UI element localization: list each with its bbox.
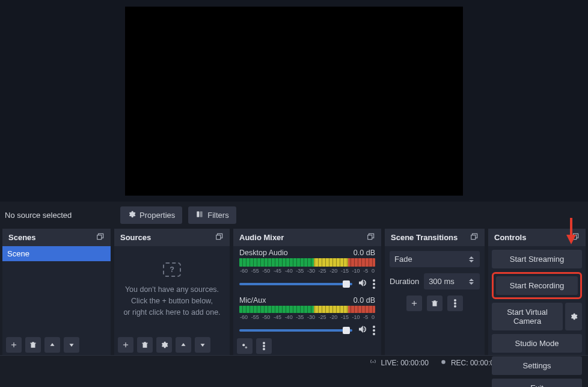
gear-icon — [127, 210, 136, 220]
empty-line: or right click here to add one. — [123, 307, 220, 318]
start-recording-button[interactable]: Start Recording — [496, 276, 578, 295]
dock-icon[interactable] — [367, 232, 375, 243]
transition-select[interactable]: Fade — [390, 251, 480, 267]
controls-panel: Controls Start Streaming Start Recording… — [488, 229, 586, 355]
svg-point-9 — [245, 346, 248, 348]
virtual-camera-settings-button[interactable] — [565, 303, 582, 330]
audio-meter — [239, 258, 375, 267]
sources-header[interactable]: Sources — [114, 229, 230, 246]
dock-icon[interactable] — [571, 232, 580, 243]
duration-value: 300 ms — [429, 277, 455, 286]
transition-value: Fade — [394, 255, 412, 264]
controls-header[interactable]: Controls — [488, 229, 586, 246]
sources-panel: Sources ? You don't have any sources. Cl… — [114, 229, 230, 355]
source-settings-button[interactable] — [156, 337, 172, 353]
spinner-icon — [469, 256, 475, 262]
audio-mixer-panel: Audio Mixer Desktop Audio 0.0 dB -60-55-… — [233, 229, 381, 355]
studio-mode-button[interactable]: Studio Mode — [492, 334, 582, 353]
delete-source-button[interactable] — [137, 337, 153, 353]
mixer-advanced-button[interactable] — [237, 338, 253, 354]
scenes-header[interactable]: Scenes — [2, 229, 111, 246]
spinner-icon — [469, 279, 475, 285]
status-live: LIVE: 00:00:00 — [369, 358, 428, 368]
duration-input[interactable]: 300 ms — [424, 273, 480, 289]
delete-transition-button[interactable] — [427, 296, 443, 311]
add-transition-button[interactable] — [406, 296, 422, 311]
svg-rect-13 — [572, 235, 577, 240]
empty-line: Click the + button below, — [131, 296, 213, 307]
mixer-footer — [233, 336, 381, 355]
sources-title: Sources — [120, 233, 151, 242]
mixer-track-mic-aux: Mic/Aux 0.0 dB -60-55-50-45-40-35-30-25-… — [233, 294, 381, 336]
track-menu-button[interactable] — [373, 326, 375, 335]
scene-item[interactable]: Scene — [2, 246, 111, 261]
meter-ticks: -60-55-50-45-40-35-30-25-20-15-10-50 — [239, 268, 375, 274]
add-source-button[interactable] — [118, 337, 133, 353]
svg-point-8 — [242, 344, 245, 346]
settings-button[interactable]: Settings — [492, 356, 582, 375]
svg-point-14 — [441, 360, 446, 364]
scenes-panel: Scenes Scene — [2, 229, 111, 355]
preview-area — [0, 0, 588, 202]
preview-canvas[interactable] — [125, 7, 463, 196]
svg-rect-5 — [216, 235, 221, 240]
track-name: Mic/Aux — [239, 296, 266, 305]
exit-button[interactable]: Exit — [492, 379, 582, 387]
no-source-label: No source selected — [5, 211, 114, 220]
track-level: 0.0 dB — [354, 296, 375, 305]
track-menu-button[interactable] — [373, 279, 375, 289]
controls-title: Controls — [494, 233, 526, 242]
scenes-footer — [2, 335, 111, 355]
meter-ticks: -60-55-50-45-40-35-30-25-20-15-10-50 — [239, 314, 375, 320]
speaker-icon[interactable] — [357, 324, 368, 336]
sources-footer — [114, 335, 230, 355]
start-virtual-camera-button[interactable]: Start Virtual Camera — [492, 303, 563, 330]
speaker-icon[interactable] — [357, 277, 368, 290]
properties-button[interactable]: Properties — [120, 206, 182, 224]
dock-icon[interactable] — [215, 232, 224, 243]
sources-list[interactable]: ? You don't have any sources. Click the … — [114, 246, 230, 335]
track-level: 0.0 dB — [354, 249, 375, 257]
mixer-body: Desktop Audio 0.0 dB -60-55-50-45-40-35-… — [233, 246, 381, 336]
properties-label: Properties — [139, 211, 175, 220]
mixer-header[interactable]: Audio Mixer — [233, 229, 381, 246]
source-up-button[interactable] — [176, 337, 191, 353]
transitions-header[interactable]: Scene Transitions — [385, 229, 485, 246]
start-streaming-button[interactable]: Start Streaming — [492, 250, 582, 268]
filters-icon — [195, 210, 204, 220]
svg-rect-11 — [471, 235, 476, 240]
controls-body: Start Streaming Start Recording Start Vi… — [488, 246, 586, 387]
add-scene-button[interactable] — [6, 337, 22, 353]
svg-rect-3 — [97, 235, 102, 240]
mixer-menu-button[interactable] — [256, 338, 272, 354]
svg-rect-7 — [368, 235, 372, 240]
record-icon — [439, 358, 447, 368]
delete-scene-button[interactable] — [25, 337, 41, 353]
scene-up-button[interactable] — [44, 337, 60, 353]
filters-label: Filters — [207, 211, 228, 220]
scenes-title: Scenes — [8, 233, 36, 242]
mixer-track-desktop-audio: Desktop Audio 0.0 dB -60-55-50-45-40-35-… — [233, 246, 381, 290]
highlight-annotation: Start Recording — [492, 272, 582, 299]
volume-slider[interactable] — [239, 283, 352, 285]
source-down-button[interactable] — [195, 337, 210, 353]
transitions-body: Fade Duration 300 ms — [385, 246, 485, 316]
transitions-title: Scene Transitions — [391, 233, 458, 242]
dock-icon[interactable] — [96, 232, 105, 243]
empty-line: You don't have any sources. — [125, 284, 219, 296]
scenes-list[interactable]: Scene — [2, 246, 111, 335]
filters-button[interactable]: Filters — [188, 206, 236, 224]
scene-down-button[interactable] — [64, 337, 79, 353]
source-toolbar: No source selected Properties Filters — [0, 202, 588, 229]
transition-menu-button[interactable] — [447, 296, 463, 311]
dock-panels: Scenes Scene Sources ? You don't have an… — [0, 229, 588, 355]
track-name: Desktop Audio — [239, 249, 288, 257]
transitions-panel: Scene Transitions Fade Duration 300 ms — [385, 229, 485, 355]
duration-label: Duration — [390, 277, 419, 286]
volume-slider[interactable] — [239, 329, 352, 332]
svg-rect-0 — [197, 211, 200, 217]
mixer-title: Audio Mixer — [239, 233, 284, 242]
dock-icon[interactable] — [470, 232, 479, 243]
question-icon: ? — [163, 262, 181, 277]
sources-empty-state: ? You don't have any sources. Click the … — [114, 246, 230, 335]
